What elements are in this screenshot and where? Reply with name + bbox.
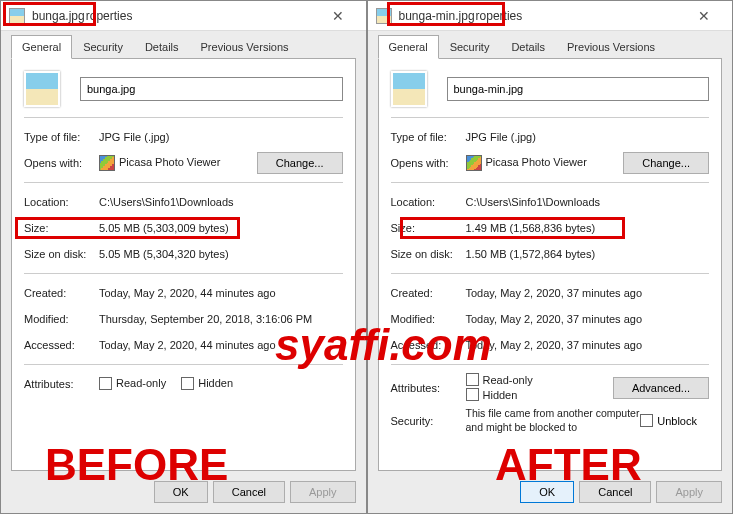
file-thumbnail-icon	[391, 71, 427, 107]
tab-general[interactable]: General	[11, 35, 72, 59]
filename-input[interactable]	[447, 77, 710, 101]
location-value: C:\Users\Sinfo1\Downloads	[99, 196, 343, 208]
created-label: Created:	[391, 287, 466, 299]
opens-with-value: Picasa Photo Viewer	[466, 155, 619, 171]
modified-value: Thursday, September 20, 2018, 3:16:06 PM	[99, 313, 343, 325]
file-icon	[9, 8, 25, 24]
apply-button[interactable]: Apply	[656, 481, 722, 503]
created-label: Created:	[24, 287, 99, 299]
properties-dialog-before: bunga.jpgroperties ✕ General Security De…	[0, 0, 367, 514]
accessed-label: Accessed:	[24, 339, 99, 351]
tab-details[interactable]: Details	[134, 35, 190, 59]
hidden-checkbox[interactable]: Hidden	[181, 377, 233, 390]
size-value: 5.05 MB (5,303,009 bytes)	[99, 222, 343, 234]
change-button[interactable]: Change...	[623, 152, 709, 174]
tab-security[interactable]: Security	[72, 35, 134, 59]
size-on-disk-value: 1.50 MB (1,572,864 bytes)	[466, 248, 710, 260]
apply-button[interactable]: Apply	[290, 481, 356, 503]
dialog-buttons: OK Cancel Apply	[368, 471, 733, 513]
readonly-checkbox[interactable]: Read-only	[466, 373, 533, 386]
change-button[interactable]: Change...	[257, 152, 343, 174]
modified-label: Modified:	[24, 313, 99, 325]
type-label: Type of file:	[391, 131, 466, 143]
attributes-label: Attributes:	[24, 378, 99, 390]
tab-previous-versions[interactable]: Previous Versions	[556, 35, 666, 59]
location-label: Location:	[391, 196, 466, 208]
tab-security[interactable]: Security	[439, 35, 501, 59]
window-title: bunga-min.jpgroperties	[398, 9, 685, 23]
opens-with-label: Opens with:	[391, 157, 466, 169]
picasa-icon	[99, 155, 115, 171]
advanced-button[interactable]: Advanced...	[613, 377, 709, 399]
properties-dialog-after: bunga-min.jpgroperties ✕ General Securit…	[367, 0, 734, 514]
readonly-checkbox[interactable]: Read-only	[99, 377, 166, 390]
accessed-label: Accessed:	[391, 339, 466, 351]
tab-bar: General Security Details Previous Versio…	[368, 31, 733, 59]
titlebar: bunga-min.jpgroperties ✕	[368, 1, 733, 31]
location-label: Location:	[24, 196, 99, 208]
titlebar: bunga.jpgroperties ✕	[1, 1, 366, 31]
size-value: 1.49 MB (1,568,836 bytes)	[466, 222, 710, 234]
ok-button[interactable]: OK	[520, 481, 574, 503]
close-button[interactable]: ✕	[318, 3, 358, 29]
modified-label: Modified:	[391, 313, 466, 325]
accessed-value: Today, May 2, 2020, 44 minutes ago	[99, 339, 343, 351]
created-value: Today, May 2, 2020, 44 minutes ago	[99, 287, 343, 299]
ok-button[interactable]: OK	[154, 481, 208, 503]
filename-input[interactable]	[80, 77, 343, 101]
size-on-disk-label: Size on disk:	[391, 248, 466, 260]
size-on-disk-label: Size on disk:	[24, 248, 99, 260]
close-button[interactable]: ✕	[684, 3, 724, 29]
attributes-value: Read-only Hidden	[99, 377, 343, 392]
attributes-value: Read-only Hidden	[466, 373, 608, 403]
accessed-value: Today, May 2, 2020, 37 minutes ago	[466, 339, 710, 351]
file-thumbnail-icon	[24, 71, 60, 107]
type-value: JPG File (.jpg)	[99, 131, 343, 143]
location-value: C:\Users\Sinfo1\Downloads	[466, 196, 710, 208]
tab-details[interactable]: Details	[500, 35, 556, 59]
opens-with-label: Opens with:	[24, 157, 99, 169]
security-label: Security:	[391, 415, 466, 427]
cancel-button[interactable]: Cancel	[579, 481, 651, 503]
security-text: This file came from another computer and…	[466, 407, 641, 434]
dialog-buttons: OK Cancel Apply	[1, 471, 366, 513]
tab-content-general: Type of file: JPG File (.jpg) Opens with…	[378, 58, 723, 471]
type-value: JPG File (.jpg)	[466, 131, 710, 143]
type-label: Type of file:	[24, 131, 99, 143]
opens-with-value: Picasa Photo Viewer	[99, 155, 252, 171]
tab-previous-versions[interactable]: Previous Versions	[190, 35, 300, 59]
hidden-checkbox[interactable]: Hidden	[466, 388, 518, 401]
cancel-button[interactable]: Cancel	[213, 481, 285, 503]
unblock-checkbox[interactable]: Unblock	[640, 414, 697, 427]
window-title: bunga.jpgroperties	[31, 9, 318, 23]
size-label: Size:	[24, 222, 99, 234]
size-label: Size:	[391, 222, 466, 234]
size-on-disk-value: 5.05 MB (5,304,320 bytes)	[99, 248, 343, 260]
created-value: Today, May 2, 2020, 37 minutes ago	[466, 287, 710, 299]
attributes-label: Attributes:	[391, 382, 466, 394]
tab-bar: General Security Details Previous Versio…	[1, 31, 366, 59]
modified-value: Today, May 2, 2020, 37 minutes ago	[466, 313, 710, 325]
tab-general[interactable]: General	[378, 35, 439, 59]
picasa-icon	[466, 155, 482, 171]
file-icon	[376, 8, 392, 24]
tab-content-general: Type of file: JPG File (.jpg) Opens with…	[11, 58, 356, 471]
